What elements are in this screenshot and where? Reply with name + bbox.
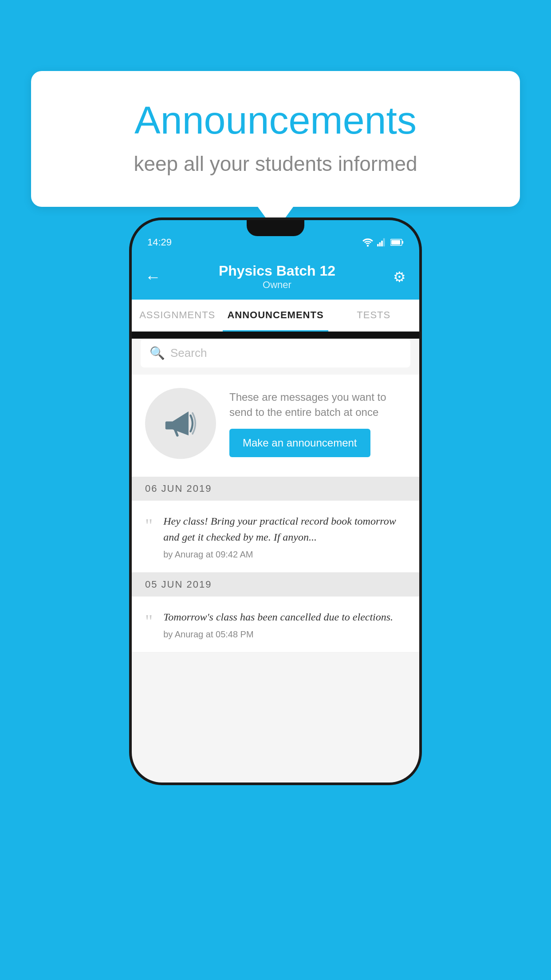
announcement-text-1: Hey class! Bring your practical record b…: [163, 513, 406, 545]
megaphone-icon: [161, 403, 201, 443]
svg-rect-3: [381, 241, 383, 246]
svg-rect-6: [402, 241, 403, 244]
announcement-content-2: Tomorrow's class has been cancelled due …: [163, 609, 406, 640]
search-placeholder: Search: [170, 346, 207, 360]
announcement-content-1: Hey class! Bring your practical record b…: [163, 513, 406, 560]
speech-bubble-card: Announcements keep all your students inf…: [31, 71, 520, 207]
app-bar-subtitle: Owner: [219, 279, 335, 291]
phone-mockup: 14:29: [129, 217, 422, 785]
announcement-item-1[interactable]: " Hey class! Bring your practical record…: [132, 501, 419, 573]
phone-outer: 14:29: [129, 217, 422, 785]
search-bar[interactable]: 🔍 Search: [141, 339, 410, 368]
app-bar-title-group: Physics Batch 12 Owner: [219, 263, 335, 291]
speech-bubble-title: Announcements: [67, 98, 484, 143]
svg-rect-4: [383, 238, 385, 246]
battery-icon: [390, 238, 404, 246]
content-area: 🔍 Search: [132, 339, 419, 782]
svg-rect-2: [379, 242, 381, 246]
app-bar: ← Physics Batch 12 Owner ⚙: [132, 256, 419, 300]
date-separator-1: 06 JUN 2019: [132, 477, 419, 501]
search-icon: 🔍: [150, 346, 165, 360]
empty-state-description: These are messages you want to send to t…: [229, 390, 406, 419]
announcement-text-2: Tomorrow's class has been cancelled due …: [163, 609, 406, 625]
empty-state: These are messages you want to send to t…: [132, 375, 419, 477]
status-bar: 14:29: [132, 220, 419, 256]
svg-point-0: [367, 245, 369, 246]
date-separator-2: 05 JUN 2019: [132, 573, 419, 597]
quote-icon-1: ": [145, 515, 153, 536]
make-announcement-button[interactable]: Make an announcement: [229, 429, 370, 457]
settings-button[interactable]: ⚙: [393, 269, 406, 285]
tab-assignments[interactable]: ASSIGNMENTS: [132, 300, 223, 331]
signal-icon: [377, 238, 387, 247]
back-button[interactable]: ←: [145, 268, 161, 286]
quote-icon-2: ": [145, 611, 153, 632]
tab-tests[interactable]: TESTS: [328, 300, 419, 331]
svg-rect-1: [377, 244, 379, 247]
notch: [247, 220, 304, 236]
speech-bubble-section: Announcements keep all your students inf…: [31, 71, 520, 231]
wifi-icon: [362, 238, 374, 247]
announcement-meta-2: by Anurag at 05:48 PM: [163, 629, 406, 640]
phone-inner: 14:29: [132, 220, 419, 782]
svg-rect-9: [165, 422, 173, 430]
empty-state-right: These are messages you want to send to t…: [229, 390, 406, 457]
announcement-meta-1: by Anurag at 09:42 AM: [163, 549, 406, 560]
speech-bubble-subtitle: keep all your students informed: [67, 152, 484, 176]
status-icons: [362, 238, 404, 247]
app-bar-title: Physics Batch 12: [219, 263, 335, 279]
svg-rect-7: [391, 240, 400, 245]
announcement-item-2[interactable]: " Tomorrow's class has been cancelled du…: [132, 597, 419, 652]
tab-announcements[interactable]: ANNOUNCEMENTS: [223, 300, 328, 331]
announcement-icon-circle: [145, 388, 216, 459]
tab-bar: ASSIGNMENTS ANNOUNCEMENTS TESTS: [132, 300, 419, 332]
status-time: 14:29: [147, 237, 172, 248]
